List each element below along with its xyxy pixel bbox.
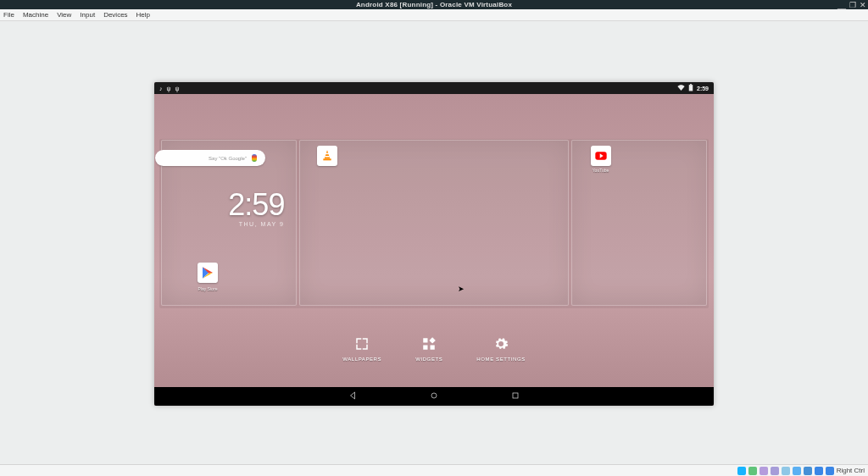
youtube-label: YouTube (584, 168, 618, 173)
status-audio-icon[interactable] (760, 467, 768, 475)
svg-rect-11 (513, 393, 518, 398)
status-shared-icon[interactable] (793, 467, 801, 475)
status-right: 2:59 (677, 84, 709, 92)
vm-menubar: File Machine View Input Devices Help (0, 9, 868, 21)
wallpapers-label: WALLPAPERS (342, 357, 381, 362)
svg-rect-0 (689, 85, 693, 91)
home-panels: Say "Ok Google" 2:59 THU, MAY 9 Play Sto… (161, 140, 707, 306)
mic-icon[interactable] (252, 154, 257, 162)
vlc-icon[interactable] (317, 146, 337, 166)
youtube-icon[interactable] (591, 146, 611, 166)
svg-rect-7 (430, 337, 436, 343)
wifi-icon (677, 84, 685, 92)
svg-rect-9 (431, 346, 435, 350)
clock-widget[interactable]: 2:59 THU, MAY 9 (228, 187, 284, 227)
maximize-button[interactable]: ❐ (849, 1, 856, 9)
android-nav-bar (154, 387, 714, 406)
status-cd-icon[interactable] (748, 467, 757, 475)
menu-help[interactable]: Help (136, 11, 150, 19)
nav-home-button[interactable] (429, 390, 439, 402)
home-panel-center[interactable] (299, 140, 568, 306)
status-clock: 2:59 (697, 86, 709, 91)
gear-icon (493, 336, 509, 351)
vm-window-titlebar: Android X86 [Running] - Oracle VM Virtua… (0, 0, 868, 9)
mouse-cursor-icon: ➤ (458, 285, 465, 293)
menu-machine[interactable]: Machine (23, 11, 48, 19)
svg-rect-2 (324, 158, 331, 160)
menu-devices[interactable]: Devices (103, 11, 127, 19)
svg-rect-6 (424, 338, 428, 342)
vm-window-title: Android X86 [Running] - Oracle VM Virtua… (356, 1, 512, 8)
widgets-icon (421, 336, 437, 351)
nav-back-button[interactable] (348, 390, 358, 402)
search-placeholder: Say "Ok Google" (209, 156, 247, 161)
status-display-icon[interactable] (804, 467, 812, 475)
vm-display-area: ♪ ψ ψ 2:59 Say "Ok Google" (0, 21, 868, 464)
menu-view[interactable]: View (57, 11, 71, 19)
svg-rect-3 (326, 153, 329, 155)
status-left-icons: ♪ ψ ψ (159, 86, 180, 91)
widgets-button[interactable]: WIDGETS (415, 336, 442, 362)
wallpapers-icon (354, 336, 370, 351)
home-settings-label: HOME SETTINGS (476, 357, 525, 362)
status-usb-icon[interactable] (782, 467, 790, 475)
widgets-label: WIDGETS (415, 357, 442, 362)
status-hdd-icon[interactable] (737, 467, 746, 475)
svg-rect-8 (424, 346, 428, 350)
play-store-label: Play Store (191, 286, 225, 291)
minimize-button[interactable]: __ (837, 1, 846, 9)
menu-input[interactable]: Input (80, 11, 95, 19)
vm-status-bar: Right Ctrl (0, 464, 868, 476)
battery-icon (688, 84, 693, 92)
clock-time: 2:59 (228, 187, 284, 223)
close-button[interactable]: ✕ (860, 1, 866, 9)
nav-recent-button[interactable] (510, 390, 520, 402)
wallpapers-button[interactable]: WALLPAPERS (342, 336, 381, 362)
android-screen[interactable]: ♪ ψ ψ 2:59 Say "Ok Google" (154, 82, 714, 406)
home-panel-left[interactable]: Say "Ok Google" 2:59 THU, MAY 9 Play Sto… (161, 140, 297, 306)
host-key-label: Right Ctrl (837, 467, 865, 474)
status-record-icon[interactable] (815, 467, 823, 475)
status-cpu-icon[interactable] (826, 467, 834, 475)
google-search-bar[interactable]: Say "Ok Google" (155, 150, 265, 166)
usb-icon-2: ψ (175, 86, 180, 91)
status-net-icon[interactable] (771, 467, 779, 475)
window-controls: __ ❐ ✕ (837, 0, 866, 9)
home-panel-right[interactable]: YouTube (571, 140, 707, 306)
home-settings-button[interactable]: HOME SETTINGS (476, 336, 525, 362)
svg-point-10 (431, 393, 437, 398)
usb-icon: ψ (167, 86, 171, 91)
menu-file[interactable]: File (3, 11, 14, 19)
svg-rect-1 (690, 84, 692, 85)
music-icon: ♪ (159, 86, 163, 91)
svg-rect-4 (326, 156, 330, 158)
android-home-overview: Say "Ok Google" 2:59 THU, MAY 9 Play Sto… (154, 94, 714, 387)
home-overview-actions: WALLPAPERS WIDGETS HOME SETTINGS (154, 336, 714, 362)
play-store-icon[interactable] (198, 263, 218, 283)
android-status-bar[interactable]: ♪ ψ ψ 2:59 (154, 82, 714, 94)
